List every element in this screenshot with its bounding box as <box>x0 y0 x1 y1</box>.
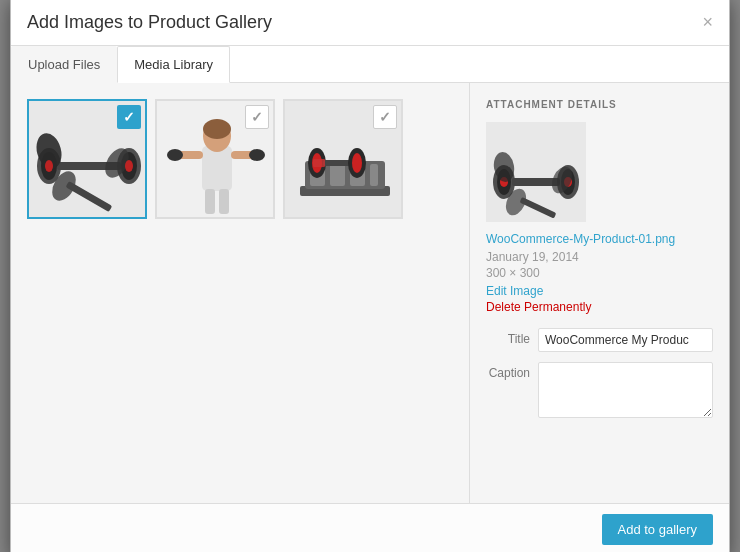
svg-rect-28 <box>370 164 378 186</box>
media-grid-area: ✓ <box>11 83 469 503</box>
svg-point-33 <box>352 153 362 173</box>
caption-field-row: Caption <box>486 362 713 418</box>
attachment-panel-title: ATTACHMENT DETAILS <box>486 99 713 110</box>
delete-permanently-link[interactable]: Delete Permanently <box>486 300 713 314</box>
svg-rect-13 <box>202 146 232 191</box>
attachment-filename: WooCommerce-My-Product-01.png <box>486 232 713 246</box>
media-item[interactable]: ✓ <box>27 99 147 219</box>
svg-point-19 <box>249 149 265 161</box>
tab-media-library[interactable]: Media Library <box>117 46 230 83</box>
attachment-dimensions: 300 × 300 <box>486 266 713 280</box>
svg-rect-21 <box>219 189 229 214</box>
svg-point-15 <box>203 119 231 139</box>
svg-point-11 <box>125 160 133 172</box>
title-input[interactable] <box>538 328 713 352</box>
modal-footer: Add to gallery <box>11 503 729 553</box>
title-label: Title <box>486 328 538 346</box>
checkmark-badge: ✓ <box>117 105 141 129</box>
caption-textarea[interactable] <box>538 362 713 418</box>
attachment-thumbnail <box>486 122 586 222</box>
attachment-panel: ATTACHMENT DETAILS <box>469 83 729 503</box>
attachment-fields: Title Caption <box>486 328 713 418</box>
modal-dialog: Add Images to Product Gallery × Upload F… <box>10 0 730 552</box>
modal-header: Add Images to Product Gallery × <box>11 0 729 46</box>
media-item[interactable]: ✓ <box>283 99 403 219</box>
svg-rect-34 <box>313 159 325 167</box>
title-field-row: Title <box>486 328 713 352</box>
svg-point-18 <box>167 149 183 161</box>
tab-upload-files[interactable]: Upload Files <box>11 46 117 83</box>
svg-point-10 <box>45 160 53 172</box>
attachment-date: January 19, 2014 <box>486 250 713 264</box>
checkmark-badge: ✓ <box>373 105 397 129</box>
close-button[interactable]: × <box>702 13 713 31</box>
modal-overlay: Add Images to Product Gallery × Upload F… <box>0 0 740 552</box>
add-to-gallery-button[interactable]: Add to gallery <box>602 514 714 545</box>
checkmark-badge: ✓ <box>245 105 269 129</box>
media-item[interactable]: ✓ <box>155 99 275 219</box>
svg-rect-20 <box>205 189 215 214</box>
tabs-bar: Upload Files Media Library <box>11 46 729 83</box>
caption-label: Caption <box>486 362 538 380</box>
svg-rect-26 <box>330 164 345 186</box>
media-grid: ✓ <box>27 99 453 219</box>
edit-image-link[interactable]: Edit Image <box>486 284 713 298</box>
modal-title: Add Images to Product Gallery <box>27 12 272 33</box>
modal-body: ✓ <box>11 83 729 503</box>
